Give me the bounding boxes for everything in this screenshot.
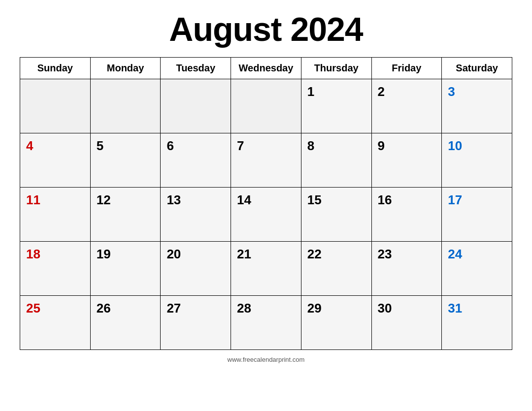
- day-number: 9: [378, 138, 385, 154]
- day-header-tuesday: Tuesday: [161, 58, 231, 79]
- calendar-day-cell: 24: [442, 242, 512, 296]
- day-number: 28: [237, 301, 251, 316]
- day-number: 20: [166, 247, 181, 262]
- calendar-day-cell: 28: [231, 296, 301, 350]
- day-number: 12: [97, 192, 111, 208]
- day-number: 1: [307, 84, 314, 99]
- calendar-week-row: 11121314151617: [20, 188, 512, 242]
- calendar-day-cell: 20: [161, 242, 231, 296]
- day-number: 3: [448, 84, 455, 99]
- calendar-day-cell: 16: [371, 188, 442, 242]
- day-number: 2: [378, 84, 385, 99]
- calendar-week-row: 18192021222324: [20, 242, 512, 296]
- calendar-day-cell: 29: [301, 296, 371, 350]
- calendar-day-cell: 8: [301, 133, 371, 188]
- day-number: 18: [26, 247, 40, 262]
- calendar-day-cell: 21: [231, 242, 301, 296]
- calendar-day-cell: [90, 79, 161, 133]
- calendar-day-cell: 19: [90, 242, 161, 296]
- day-number: 21: [237, 247, 251, 262]
- day-number: 11: [26, 192, 40, 208]
- calendar-day-cell: 14: [231, 188, 301, 242]
- day-number: 19: [97, 247, 111, 262]
- day-number: 27: [166, 301, 181, 316]
- day-number: 26: [97, 301, 111, 316]
- day-number: 14: [237, 192, 251, 208]
- calendar-day-cell: 9: [371, 133, 442, 188]
- calendar-day-cell: 13: [161, 188, 231, 242]
- day-header-saturday: Saturday: [442, 58, 512, 79]
- day-header-wednesday: Wednesday: [231, 58, 301, 79]
- calendar-day-cell: 25: [20, 296, 91, 350]
- days-of-week-row: SundayMondayTuesdayWednesdayThursdayFrid…: [20, 58, 512, 79]
- day-number: 22: [307, 247, 322, 262]
- calendar-day-cell: 11: [20, 188, 91, 242]
- calendar-day-cell: 30: [371, 296, 442, 350]
- day-number: 16: [378, 192, 392, 208]
- calendar-day-cell: 5: [90, 133, 161, 188]
- day-number: 30: [378, 301, 392, 316]
- calendar-day-cell: 4: [20, 133, 91, 188]
- calendar-week-row: 123: [20, 79, 512, 133]
- day-number: 17: [448, 192, 462, 208]
- day-number: 4: [26, 138, 33, 154]
- calendar-week-row: 25262728293031: [20, 296, 512, 350]
- day-number: 13: [166, 192, 181, 208]
- calendar-table: SundayMondayTuesdayWednesdayThursdayFrid…: [20, 57, 512, 350]
- day-header-thursday: Thursday: [301, 58, 371, 79]
- calendar-day-cell: [20, 79, 91, 133]
- day-header-monday: Monday: [90, 58, 161, 79]
- calendar-day-cell: [231, 79, 301, 133]
- day-number: 31: [448, 301, 462, 316]
- calendar-day-cell: [161, 79, 231, 133]
- calendar-day-cell: 1: [301, 79, 371, 133]
- calendar-week-row: 45678910: [20, 133, 512, 188]
- day-number: 5: [97, 138, 103, 154]
- calendar-day-cell: 22: [301, 242, 371, 296]
- day-number: 15: [307, 192, 322, 208]
- calendar-day-cell: 6: [161, 133, 231, 188]
- calendar-day-cell: 2: [371, 79, 442, 133]
- calendar-day-cell: 10: [442, 133, 512, 188]
- day-number: 7: [237, 138, 244, 154]
- calendar-day-cell: 18: [20, 242, 91, 296]
- day-header-sunday: Sunday: [20, 58, 91, 79]
- day-number: 6: [166, 138, 173, 154]
- calendar-day-cell: 7: [231, 133, 301, 188]
- calendar-day-cell: 31: [442, 296, 512, 350]
- footer-url: www.freecalendarprint.com: [228, 356, 305, 363]
- calendar-day-cell: 3: [442, 79, 512, 133]
- calendar-day-cell: 15: [301, 188, 371, 242]
- day-number: 8: [307, 138, 314, 154]
- calendar-title: August 2024: [169, 10, 363, 48]
- day-number: 29: [307, 301, 322, 316]
- calendar-day-cell: 26: [90, 296, 161, 350]
- day-number: 24: [448, 247, 462, 262]
- day-number: 23: [378, 247, 392, 262]
- day-header-friday: Friday: [371, 58, 442, 79]
- calendar-day-cell: 12: [90, 188, 161, 242]
- calendar-day-cell: 23: [371, 242, 442, 296]
- calendar-day-cell: 17: [442, 188, 512, 242]
- day-number: 25: [26, 301, 40, 316]
- day-number: 10: [448, 138, 462, 154]
- calendar-day-cell: 27: [161, 296, 231, 350]
